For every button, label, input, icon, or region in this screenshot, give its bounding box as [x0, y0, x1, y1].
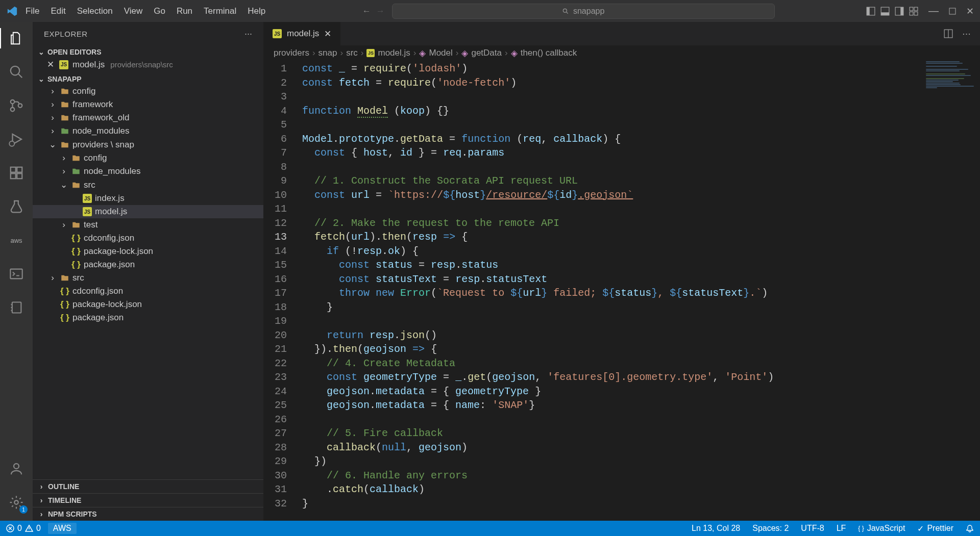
titlebar: File Edit Selection View Go Run Terminal… — [0, 0, 980, 22]
status-aws[interactable]: AWS — [48, 523, 77, 534]
activity-notebook-icon[interactable] — [6, 297, 27, 318]
tree-row[interactable]: ⌄src — [33, 178, 263, 192]
activity-terminal-icon[interactable] — [6, 264, 27, 284]
status-spaces[interactable]: Spaces: 2 — [752, 524, 789, 533]
menu-file[interactable]: File — [20, 4, 44, 18]
status-notifications-icon[interactable] — [966, 524, 974, 532]
tree-row[interactable]: ›src — [33, 271, 263, 285]
tree-row[interactable]: { }package.json — [33, 311, 263, 324]
timeline-panel[interactable]: ›TIMELINE — [33, 493, 263, 507]
layout-sidebar-right-icon[interactable] — [895, 7, 904, 16]
chevron-icon: › — [59, 166, 68, 176]
window-close-icon[interactable]: ✕ — [966, 6, 974, 17]
tree-row[interactable]: { }package-lock.json — [33, 245, 263, 258]
folder-icon — [60, 100, 69, 109]
tree-row[interactable]: { }cdconfig.json — [33, 232, 263, 245]
menu-edit[interactable]: Edit — [45, 4, 70, 18]
menu-go[interactable]: Go — [149, 4, 170, 18]
activity-aws-icon[interactable]: aws — [6, 230, 27, 250]
editor-more-icon[interactable]: ⋯ — [962, 29, 971, 39]
close-tab-icon[interactable]: ✕ — [324, 29, 331, 39]
svg-point-15 — [11, 100, 15, 104]
editor-tab[interactable]: JS model.js ✕ — [263, 22, 341, 45]
status-eol[interactable]: LF — [837, 524, 846, 533]
close-icon[interactable]: ✕ — [47, 59, 55, 70]
svg-line-1 — [567, 12, 568, 13]
folder-icon — [71, 167, 81, 176]
tree-row[interactable]: JSindex.js — [33, 192, 263, 205]
folder-icon — [71, 220, 81, 229]
layout-panel-icon[interactable] — [880, 7, 890, 16]
code-area[interactable]: 1234567891011121314151617181920212223242… — [263, 61, 980, 521]
search-text: snapapp — [573, 7, 604, 16]
window-maximize-icon[interactable] — [949, 8, 956, 15]
svg-point-0 — [563, 9, 567, 12]
activity-extensions-icon[interactable] — [6, 163, 27, 183]
svg-rect-23 — [17, 167, 22, 172]
folder-icon — [60, 113, 69, 122]
status-language[interactable]: { }JavaScript — [858, 524, 905, 533]
activity-testing-icon[interactable] — [6, 196, 27, 217]
json-file-icon: { } — [60, 286, 69, 296]
svg-rect-20 — [11, 167, 16, 172]
status-encoding[interactable]: UTF-8 — [801, 524, 824, 533]
activity-accounts-icon[interactable] — [6, 458, 27, 479]
activity-search-icon[interactable] — [6, 62, 27, 82]
outline-panel[interactable]: ›OUTLINE — [33, 479, 263, 493]
menu-terminal[interactable]: Terminal — [199, 4, 241, 18]
split-editor-icon[interactable] — [944, 29, 953, 38]
tree-row[interactable]: ›test — [33, 218, 263, 232]
menu-selection[interactable]: Selection — [72, 4, 118, 18]
activity-explorer-icon[interactable] — [6, 28, 27, 48]
svg-point-29 — [14, 464, 19, 469]
status-problems[interactable]: 0 0 — [6, 524, 41, 533]
tree-row[interactable]: { }package-lock.json — [33, 298, 263, 311]
menu-run[interactable]: Run — [172, 4, 198, 18]
chevron-down-icon: ⌄ — [37, 48, 46, 56]
open-editors-header[interactable]: ⌄ OPEN EDITORS — [33, 46, 263, 58]
file-tree: ›config›framework›framework_old›node_mod… — [33, 85, 263, 327]
window-minimize-icon[interactable]: — — [928, 5, 939, 17]
svg-rect-25 — [12, 302, 21, 313]
activity-source-control-icon[interactable] — [6, 95, 27, 116]
nav-back-icon[interactable]: ← — [362, 6, 371, 16]
layout-sidebar-left-icon[interactable] — [866, 7, 875, 16]
sidebar: EXPLORER ⋯ ⌄ OPEN EDITORS ✕ JS model.js … — [33, 22, 263, 521]
tree-row[interactable]: { }package.json — [33, 258, 263, 271]
svg-rect-8 — [910, 7, 913, 11]
workspace-header[interactable]: ⌄ SNAPAPP — [33, 73, 263, 85]
symbol-method-icon: ◈ — [461, 48, 468, 59]
folder-icon — [71, 181, 81, 190]
status-prettier[interactable]: ✓Prettier — [917, 524, 953, 533]
menu-view[interactable]: View — [119, 4, 148, 18]
breadcrumb[interactable]: providers› snap› src› JS model.js› ◈ Mod… — [263, 45, 980, 61]
sidebar-more-icon[interactable]: ⋯ — [244, 29, 253, 38]
folder-icon — [60, 273, 69, 283]
menu-help[interactable]: Help — [242, 4, 271, 18]
activity-settings-icon[interactable]: 1 — [6, 492, 27, 513]
folder-icon — [71, 154, 81, 163]
activity-run-debug-icon[interactable] — [6, 129, 27, 149]
minimap[interactable] — [924, 61, 980, 163]
tree-row[interactable]: ›node_modules — [33, 124, 263, 138]
nav-forward-icon[interactable]: → — [376, 6, 385, 16]
tree-row[interactable]: JSmodel.js — [33, 205, 263, 218]
tree-row[interactable]: ›node_modules — [33, 165, 263, 178]
tree-row[interactable]: ›framework — [33, 98, 263, 111]
js-file-icon: JS — [273, 29, 282, 38]
status-cursor[interactable]: Ln 13, Col 28 — [692, 524, 740, 533]
code-content[interactable]: const _ = require('lodash')const fetch =… — [302, 61, 980, 521]
command-center[interactable]: snapapp — [392, 4, 775, 19]
tree-row[interactable]: ›framework_old — [33, 111, 263, 124]
chevron-icon: › — [59, 220, 68, 230]
tree-row[interactable]: ›config — [33, 85, 263, 98]
layout-customize-icon[interactable] — [909, 7, 918, 16]
tree-row[interactable]: ⌄providers \ snap — [33, 138, 263, 151]
svg-rect-3 — [867, 7, 870, 15]
tree-row[interactable]: { }cdconfig.json — [33, 285, 263, 298]
tree-row[interactable]: ›config — [33, 151, 263, 165]
open-editor-item[interactable]: ✕ JS model.js providers\snap\src — [33, 58, 263, 71]
svg-point-16 — [11, 108, 15, 112]
chevron-icon: › — [48, 86, 57, 96]
npm-scripts-panel[interactable]: ›NPM SCRIPTS — [33, 507, 263, 521]
